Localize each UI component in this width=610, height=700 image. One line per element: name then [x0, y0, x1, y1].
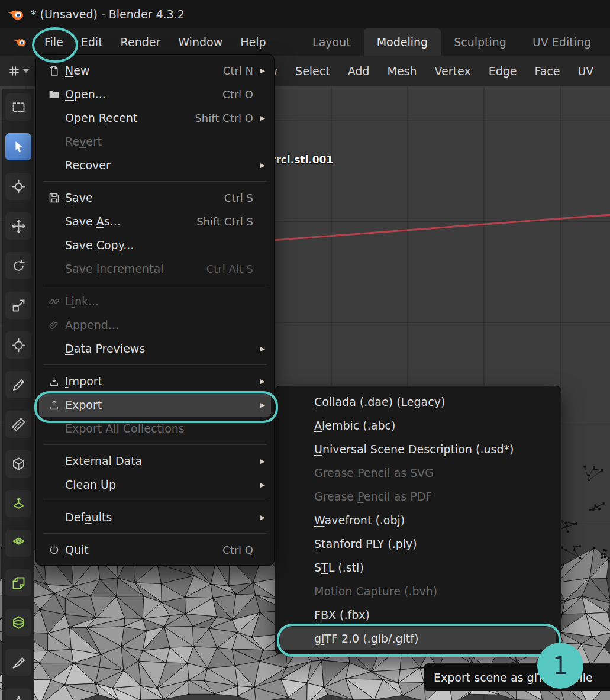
export-item-grease-pencil-as-svg[interactable]: Grease Pencil as SVG	[280, 461, 556, 485]
menu-item-label: Defaults	[65, 511, 112, 524]
blender-app-menu-icon[interactable]	[13, 36, 27, 48]
file-menu-item-defaults[interactable]: Defaults▶	[39, 505, 271, 529]
tool-add-cube-button[interactable]	[5, 450, 31, 478]
header-menu-add[interactable]: Add	[339, 56, 379, 86]
header-menu-select[interactable]: Select	[286, 56, 339, 86]
file-menu-item-recover[interactable]: Recover▶	[39, 153, 271, 177]
export-item-universal-scene-description-usd[interactable]: Universal Scene Description (.usd*)	[280, 437, 556, 461]
menu-separator	[43, 181, 267, 182]
tool-loop-cut-button[interactable]	[5, 609, 31, 636]
menu-item-label: Open...	[65, 88, 106, 101]
editor-type-selector[interactable]	[8, 65, 29, 77]
move-icon	[11, 218, 27, 234]
file-menu-item-import[interactable]: Import▶	[39, 369, 271, 393]
link-icon	[44, 295, 64, 308]
file-menu-item-open[interactable]: Open...Ctrl O	[39, 82, 271, 106]
submenu-arrow-icon: ▶	[256, 345, 265, 353]
submenu-arrow-icon: ▶	[256, 67, 265, 75]
tool-knife-button[interactable]	[5, 649, 31, 676]
blender-logo-icon	[7, 7, 25, 22]
menubar-item-help[interactable]: Help	[231, 28, 275, 56]
export-item-collada-dae-legacy[interactable]: Collada (.dae) (Legacy)	[280, 390, 556, 414]
tab-modeling[interactable]: Modeling	[364, 28, 441, 56]
tool-move-button[interactable]	[5, 212, 31, 240]
menubar-items: FileEditRenderWindowHelp	[35, 28, 275, 56]
menu-item-shortcut: Ctrl N	[209, 64, 253, 77]
tool-bevel-button[interactable]	[5, 569, 31, 596]
file-menu-item-link[interactable]: Link...	[39, 289, 271, 313]
annotation-step-badge: 1	[537, 643, 583, 689]
tool-rotate-button[interactable]	[5, 252, 31, 279]
menu-item-label: Grease Pencil as SVG	[314, 466, 434, 479]
tool-tweak-button[interactable]	[5, 133, 31, 160]
export-item-stanford-ply-ply[interactable]: Stanford PLY (.ply)	[280, 532, 556, 556]
file-menu-item-revert[interactable]: Revert	[39, 130, 271, 153]
tool-inset-faces-button[interactable]	[5, 530, 31, 557]
file-menu-item-save[interactable]: SaveCtrl S	[39, 186, 271, 209]
menu-item-label: Grease Pencil as PDF	[314, 490, 432, 503]
menu-separator	[43, 364, 267, 365]
tool-extrude-region-button[interactable]	[5, 490, 31, 517]
file-menu-item-export-all-collections[interactable]: Export All Collections	[39, 417, 271, 440]
menubar-item-file[interactable]: File	[35, 28, 72, 56]
file-menu-item-export[interactable]: Export▶	[39, 393, 271, 417]
header-menu-uv[interactable]: UV	[569, 56, 602, 86]
tab-sculpting[interactable]: Sculpting	[441, 28, 519, 56]
measure-icon	[11, 417, 27, 433]
title-bar: * (Unsaved) - Blender 4.3.2	[0, 0, 610, 28]
header-menu-mesh[interactable]: Mesh	[379, 56, 426, 86]
menu-item-shortcut: Shift Ctrl S	[182, 215, 253, 228]
file-menu-item-data-previews[interactable]: Data Previews▶	[39, 337, 271, 360]
extrude-region-icon	[11, 496, 27, 512]
add-cube-icon	[11, 456, 27, 472]
file-menu-item-quit[interactable]: QuitCtrl Q	[39, 538, 271, 562]
header-menu-vertex[interactable]: Vertex	[426, 56, 480, 86]
menu-item-shortcut: Ctrl S	[210, 192, 253, 204]
export-item-alembic-abc[interactable]: Alembic (.abc)	[280, 414, 556, 437]
file-menu-item-save-as[interactable]: Save As...Shift Ctrl S	[39, 209, 271, 233]
menu-item-label: Collada (.dae) (Legacy)	[314, 395, 445, 408]
menubar-item-window[interactable]: Window	[169, 28, 231, 56]
inset-faces-icon	[11, 536, 27, 551]
file-menu-item-save-copy[interactable]: Save Copy...	[39, 233, 271, 257]
tool-measure-button[interactable]	[5, 411, 31, 438]
tab-uv-editing[interactable]: UV Editing	[519, 28, 604, 56]
file-menu-item-open-recent[interactable]: Open RecentShift Ctrl O▶	[39, 106, 271, 130]
tool-poly-build-button[interactable]	[5, 688, 31, 700]
tool-transform-button[interactable]	[5, 331, 31, 359]
export-item-stl-stl[interactable]: STL (.stl)	[280, 556, 556, 579]
header-menu-face[interactable]: Face	[525, 56, 569, 86]
menu-separator	[43, 501, 267, 501]
file-menu-item-new[interactable]: NewCtrl N▶	[39, 59, 271, 82]
tool-cursor-button[interactable]	[5, 173, 31, 200]
menubar-item-edit[interactable]: Edit	[72, 28, 112, 56]
tweak-icon	[11, 139, 27, 155]
submenu-arrow-icon: ▶	[256, 378, 265, 385]
file-menu-dropdown: NewCtrl N▶Open...Ctrl OOpen RecentShift …	[35, 54, 275, 566]
file-menu-item-append[interactable]: Append...	[39, 313, 271, 337]
menu-separator	[43, 533, 267, 534]
file-menu-item-clean-up[interactable]: Clean Up▶	[39, 473, 271, 496]
export-item-wavefront-obj[interactable]: Wavefront (.obj)	[280, 508, 556, 532]
menu-item-shortcut: Shift Ctrl O	[180, 112, 253, 124]
export-item-gltf-2-0-glb-gltf[interactable]: glTF 2.0 (.glb/.gltf)	[280, 627, 556, 650]
tool-select-box-button[interactable]	[5, 93, 31, 121]
tool-scale-button[interactable]	[5, 292, 31, 319]
menu-bar: FileEditRenderWindowHelp LayoutModelingS…	[0, 28, 610, 56]
header-menu-edge[interactable]: Edge	[480, 56, 526, 86]
menubar-item-render[interactable]: Render	[112, 28, 170, 56]
submenu-arrow-icon: ▶	[256, 481, 265, 489]
menu-item-label: Export	[65, 398, 102, 411]
tab-layout[interactable]: Layout	[299, 28, 364, 56]
menu-item-label: Clean Up	[65, 478, 116, 491]
save-icon	[44, 192, 64, 204]
menu-item-shortcut: Ctrl Alt S	[192, 263, 253, 275]
window-title: * (Unsaved) - Blender 4.3.2	[31, 8, 185, 21]
file-menu-item-external-data[interactable]: External Data▶	[39, 449, 271, 473]
file-menu-item-save-incremental[interactable]: Save IncrementalCtrl Alt S	[39, 257, 271, 280]
export-item-fbx-fbx[interactable]: FBX (.fbx)	[280, 603, 556, 627]
menu-item-shortcut: Ctrl O	[208, 88, 253, 101]
tool-annotate-button[interactable]	[5, 371, 31, 398]
export-item-grease-pencil-as-pdf[interactable]: Grease Pencil as PDF	[280, 485, 556, 508]
export-item-motion-capture-bvh[interactable]: Motion Capture (.bvh)	[280, 579, 556, 603]
